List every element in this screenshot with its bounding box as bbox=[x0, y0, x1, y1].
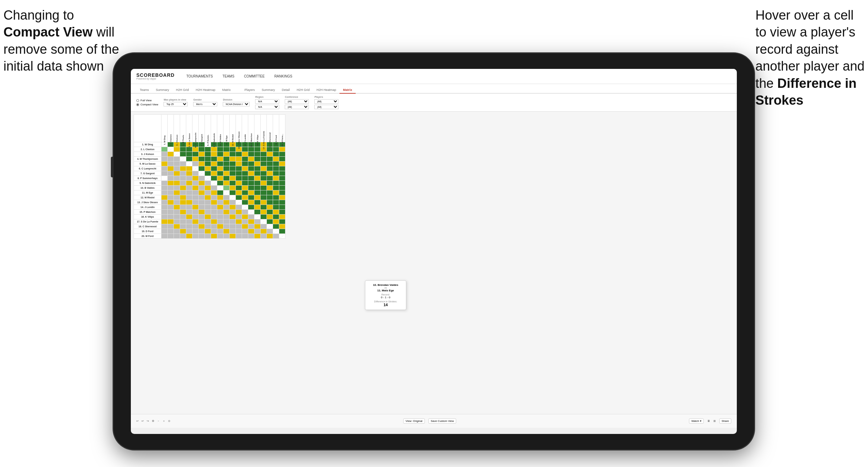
matrix-cell[interactable] bbox=[186, 152, 192, 157]
full-view-option[interactable]: Full View bbox=[136, 99, 158, 102]
tab-summary-players[interactable]: Summary bbox=[258, 87, 279, 94]
matrix-cell[interactable] bbox=[242, 181, 248, 186]
matrix-cell[interactable] bbox=[168, 157, 174, 162]
matrix-cell[interactable] bbox=[279, 215, 285, 219]
matrix-cell[interactable] bbox=[205, 210, 211, 215]
matrix-cell[interactable] bbox=[230, 152, 236, 157]
matrix-cell[interactable] bbox=[174, 162, 180, 166]
matrix-cell[interactable] bbox=[267, 152, 273, 157]
matrix-cell[interactable] bbox=[180, 215, 186, 219]
players-select[interactable]: (All) bbox=[314, 99, 338, 104]
max-players-select[interactable]: Top 25 bbox=[164, 102, 188, 106]
matrix-cell[interactable] bbox=[217, 215, 223, 219]
matrix-cell[interactable] bbox=[168, 186, 174, 190]
matrix-cell[interactable] bbox=[279, 162, 285, 166]
redo-btn[interactable]: ↪ bbox=[147, 419, 149, 423]
matrix-cell[interactable] bbox=[254, 181, 261, 186]
matrix-cell[interactable] bbox=[230, 190, 236, 195]
matrix-cell[interactable] bbox=[236, 171, 242, 176]
matrix-cell[interactable] bbox=[273, 166, 279, 171]
matrix-cell[interactable] bbox=[273, 181, 279, 186]
matrix-cell[interactable] bbox=[205, 162, 211, 166]
matrix-cell[interactable] bbox=[273, 200, 279, 205]
matrix-cell[interactable] bbox=[230, 186, 236, 190]
matrix-cell[interactable] bbox=[205, 219, 211, 224]
matrix-cell[interactable] bbox=[186, 181, 192, 186]
matrix-cell[interactable] bbox=[205, 224, 211, 229]
matrix-cell[interactable] bbox=[254, 186, 261, 190]
matrix-cell[interactable] bbox=[230, 219, 236, 224]
matrix-cell[interactable] bbox=[279, 176, 285, 181]
matrix-cell[interactable] bbox=[217, 186, 223, 190]
matrix-cell[interactable] bbox=[248, 200, 254, 205]
matrix-cell[interactable] bbox=[168, 219, 174, 224]
matrix-cell[interactable] bbox=[168, 190, 174, 195]
matrix-cell[interactable] bbox=[242, 171, 248, 176]
matrix-cell[interactable] bbox=[279, 186, 285, 190]
matrix-cell[interactable] bbox=[217, 200, 223, 205]
matrix-cell[interactable] bbox=[248, 147, 254, 152]
matrix-cell[interactable] bbox=[223, 229, 230, 234]
matrix-cell[interactable] bbox=[186, 186, 192, 190]
matrix-cell[interactable] bbox=[267, 234, 273, 239]
matrix-cell[interactable] bbox=[273, 176, 279, 181]
matrix-cell[interactable] bbox=[236, 205, 242, 210]
matrix-cell[interactable] bbox=[186, 171, 192, 176]
matrix-cell[interactable] bbox=[223, 181, 230, 186]
matrix-cell[interactable] bbox=[217, 195, 223, 200]
matrix-cell[interactable] bbox=[279, 166, 285, 171]
matrix-cell[interactable] bbox=[273, 205, 279, 210]
matrix-cell[interactable] bbox=[261, 200, 267, 205]
matrix-cell[interactable] bbox=[161, 186, 168, 190]
view-original-btn[interactable]: View: Original bbox=[403, 418, 425, 424]
matrix-cell[interactable] bbox=[267, 176, 273, 181]
matrix-cell[interactable] bbox=[261, 152, 267, 157]
matrix-cell[interactable] bbox=[199, 200, 205, 205]
matrix-cell[interactable] bbox=[223, 152, 230, 157]
matrix-cell[interactable] bbox=[211, 210, 217, 215]
matrix-cell[interactable] bbox=[236, 181, 242, 186]
matrix-cell[interactable] bbox=[205, 190, 211, 195]
matrix-cell[interactable] bbox=[205, 147, 211, 152]
matrix-cell[interactable] bbox=[180, 190, 186, 195]
save-custom-btn[interactable]: Save Custom View bbox=[428, 418, 456, 424]
matrix-cell[interactable] bbox=[192, 171, 199, 176]
matrix-cell[interactable] bbox=[248, 171, 254, 176]
matrix-cell[interactable] bbox=[254, 219, 261, 224]
gender-select[interactable]: Men's bbox=[193, 102, 217, 106]
full-view-radio[interactable] bbox=[136, 99, 139, 102]
matrix-cell[interactable] bbox=[261, 215, 267, 219]
grid-icon[interactable]: ⊞ bbox=[713, 419, 716, 423]
matrix-cell[interactable] bbox=[192, 195, 199, 200]
matrix-cell[interactable] bbox=[230, 234, 236, 239]
matrix-cell[interactable] bbox=[199, 224, 205, 229]
matrix-cell[interactable] bbox=[230, 171, 236, 176]
matrix-cell[interactable] bbox=[254, 171, 261, 176]
matrix-cell[interactable] bbox=[180, 162, 186, 166]
matrix-cell[interactable] bbox=[192, 176, 199, 181]
matrix-cell[interactable] bbox=[199, 234, 205, 239]
matrix-cell[interactable] bbox=[217, 229, 223, 234]
matrix-cell[interactable] bbox=[180, 171, 186, 176]
matrix-cell[interactable] bbox=[192, 224, 199, 229]
matrix-cell[interactable] bbox=[242, 166, 248, 171]
matrix-cell[interactable] bbox=[211, 162, 217, 166]
matrix-cell[interactable] bbox=[180, 181, 186, 186]
matrix-cell[interactable] bbox=[174, 195, 180, 200]
matrix-cell[interactable] bbox=[254, 229, 261, 234]
matrix-cell[interactable] bbox=[168, 215, 174, 219]
matrix-cell[interactable] bbox=[242, 157, 248, 162]
tab-h2h-heatmap-top[interactable]: H2H Heatmap bbox=[192, 87, 219, 94]
matrix-cell[interactable] bbox=[161, 234, 168, 239]
matrix-cell[interactable] bbox=[199, 190, 205, 195]
matrix-cell[interactable] bbox=[273, 219, 279, 224]
matrix-cell[interactable] bbox=[205, 176, 211, 181]
matrix-cell[interactable] bbox=[174, 171, 180, 176]
matrix-cell[interactable] bbox=[168, 205, 174, 210]
matrix-cell[interactable] bbox=[199, 186, 205, 190]
nav-committee[interactable]: COMMITTEE bbox=[243, 74, 266, 79]
matrix-cell[interactable] bbox=[186, 176, 192, 181]
matrix-cell[interactable] bbox=[180, 234, 186, 239]
matrix-cell[interactable] bbox=[217, 219, 223, 224]
matrix-cell[interactable] bbox=[180, 224, 186, 229]
